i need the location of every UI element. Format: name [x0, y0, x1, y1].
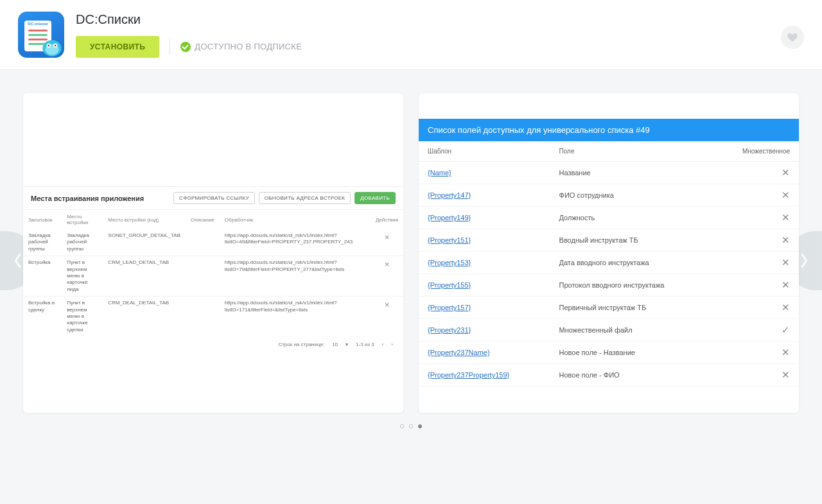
subscription-badge-text: ДОСТУПНО В ПОДПИСКЕ	[195, 42, 302, 51]
table-cell: https://app.dclouds.ru/static/ul_rsk/v1/…	[220, 229, 371, 256]
carousel-dot[interactable]	[400, 424, 404, 428]
table-row: {Property147}ФИО сотрудника✕	[419, 184, 799, 207]
table-row: {Property237Property159}Новое поле - ФИО…	[419, 364, 799, 387]
slide1-table-header: ЗаголовокМесто встройкиМесто встройки (к…	[23, 210, 403, 229]
table-cell: SONET_GROUP_DETAIL_TAB	[103, 229, 186, 256]
app-icon: DC:списки	[18, 12, 64, 58]
favorite-button[interactable]	[781, 26, 804, 49]
slide2-header: Список полей доступных для универсальног…	[419, 119, 799, 141]
field-name: Протокол вводного инструктажа	[550, 274, 713, 297]
slide2-spacer	[419, 93, 799, 119]
table-row: {Property153}Дата вводного инструктажа✕	[419, 252, 799, 274]
table-row: {Name}Название✕	[419, 162, 799, 184]
table-col: Действия	[371, 210, 403, 229]
field-name: Название	[550, 162, 713, 184]
slide1-toolbar-actions: СФОРМИРОВАТЬ ССЫЛКУ ОБНОВИТЬ АДРЕСА ВСТР…	[173, 192, 396, 204]
slide-1[interactable]: Места встраивания приложения СФОРМИРОВАТ…	[23, 93, 403, 413]
field-name: Дата вводного инструктажа	[550, 252, 713, 274]
template-link[interactable]: {Property237Property159}	[419, 364, 550, 387]
template-link[interactable]: {Property237Name}	[419, 342, 550, 364]
template-link[interactable]: {Property153}	[419, 252, 550, 274]
template-link[interactable]: {Property231}	[419, 319, 550, 342]
field-name: ФИО сотрудника	[550, 184, 713, 207]
pager-next-icon[interactable]: ›	[391, 342, 393, 347]
table-col: Заголовок	[23, 210, 62, 229]
template-link[interactable]: {Property147}	[419, 184, 550, 207]
heart-icon	[787, 31, 798, 43]
svg-point-4	[48, 45, 49, 47]
table-row: {Property237Name}Новое поле - Название✕	[419, 342, 799, 364]
table-cell	[186, 256, 220, 297]
template-link[interactable]: {Property151}	[419, 229, 550, 252]
slide1-section-title: Места встраивания приложения	[31, 195, 144, 202]
form-link-button[interactable]: СФОРМИРОВАТЬ ССЫЛКУ	[173, 192, 255, 204]
app-title: DC:Списки	[76, 12, 302, 27]
close-icon: ✕	[712, 364, 799, 387]
table-row: {Property231}Множественный файл✓	[419, 319, 799, 342]
slide-2[interactable]: Список полей доступных для универсальног…	[419, 93, 799, 413]
delete-row-icon[interactable]: ×	[371, 297, 403, 336]
table-col: Место встройки (код)	[103, 210, 186, 229]
svg-point-5	[55, 45, 57, 47]
table-cell: Закладка рабочей группы	[23, 229, 62, 256]
table-col: Описание	[186, 210, 220, 229]
close-icon: ✕	[712, 342, 799, 364]
table-row: Встройка в сделкуПункт в верхнем меню в …	[23, 297, 403, 336]
table-cell	[186, 229, 220, 256]
carousel-dot[interactable]	[418, 424, 422, 428]
slide2-body: Список полей доступных для универсальног…	[419, 93, 799, 413]
template-link[interactable]: {Property155}	[419, 274, 550, 297]
delete-row-icon[interactable]: ×	[371, 256, 403, 297]
col-field: Поле	[550, 141, 713, 162]
slide1-table: ЗаголовокМесто встройкиМесто встройки (к…	[23, 210, 403, 336]
table-col: Обработчик	[220, 210, 371, 229]
close-icon: ✕	[712, 184, 799, 207]
delete-row-icon[interactable]: ×	[371, 229, 403, 256]
table-cell: CRM_DEAL_DETAIL_TAB	[103, 297, 186, 336]
slide2-table-body: {Name}Название✕{Property147}ФИО сотрудни…	[419, 162, 799, 387]
template-link[interactable]: {Name}	[419, 162, 550, 184]
close-icon: ✕	[712, 297, 799, 319]
table-cell: Закладка рабочей группы	[62, 229, 103, 256]
slide1-toolbar: Места встраивания приложения СФОРМИРОВАТ…	[23, 186, 403, 210]
app-head: DC:Списки УСТАНОВИТЬ ДОСТУПНО В ПОДПИСКЕ	[76, 12, 302, 58]
install-button[interactable]: УСТАНОВИТЬ	[76, 36, 159, 58]
close-icon: ✕	[712, 274, 799, 297]
carousel-dot[interactable]	[409, 424, 413, 428]
subscription-badge: ДОСТУПНО В ПОДПИСКЕ	[180, 42, 302, 52]
table-cell: Пункт в верхнем меню в карточке лида	[62, 256, 103, 297]
table-row: {Property149}Должность✕	[419, 207, 799, 229]
refresh-addresses-button[interactable]: ОБНОВИТЬ АДРЕСА ВСТРОЕК	[259, 192, 351, 204]
check-icon: ✓	[712, 319, 799, 342]
template-link[interactable]: {Property149}	[419, 207, 550, 229]
table-cell: https://app.dclouds.ru/static/ul_rsk/v1/…	[220, 297, 371, 336]
table-row: {Property155}Протокол вводного инструкта…	[419, 274, 799, 297]
check-circle-icon	[180, 42, 191, 52]
close-icon: ✕	[712, 252, 799, 274]
close-icon: ✕	[712, 162, 799, 184]
template-link[interactable]: {Property157}	[419, 297, 550, 319]
slide1-pager: Строк на странице: 10 ▾ 1-3 из 3 ‹ ›	[23, 336, 403, 352]
pager-size-dropdown-icon[interactable]: ▾	[345, 342, 348, 347]
field-name: Первичный инструктаж ТБ	[550, 297, 713, 319]
divider	[170, 39, 170, 55]
app-actions: УСТАНОВИТЬ ДОСТУПНО В ПОДПИСКЕ	[76, 36, 302, 58]
chevron-left-icon	[12, 251, 24, 270]
table-row: {Property151}Вводный инструктаж ТБ✕	[419, 229, 799, 252]
pager-range: 1-3 из 3	[356, 342, 374, 347]
close-icon: ✕	[712, 229, 799, 252]
slide2-table: Шаблон Поле Множественное {Name}Название…	[419, 141, 799, 387]
carousel-dots	[23, 424, 799, 428]
table-cell: CRM_LEAD_DETAIL_TAB	[103, 256, 186, 297]
pager-size[interactable]: 10	[332, 342, 338, 347]
table-cell: Пункт в верхнем меню в карточке сделки	[62, 297, 103, 336]
table-col: Место встройки	[62, 210, 103, 229]
field-name: Должность	[550, 207, 713, 229]
table-cell	[186, 297, 220, 336]
screenshot-gallery: Места встраивания приложения СФОРМИРОВАТ…	[0, 70, 822, 451]
add-button[interactable]: ДОБАВИТЬ	[354, 192, 396, 204]
pager-label: Строк на странице:	[278, 342, 324, 347]
pager-prev-icon[interactable]: ‹	[382, 342, 384, 347]
field-name: Новое поле - Название	[550, 342, 713, 364]
app-header: DC:списки DC:Списки УСТАНОВИТЬ ДОСТУПНО …	[0, 0, 822, 70]
